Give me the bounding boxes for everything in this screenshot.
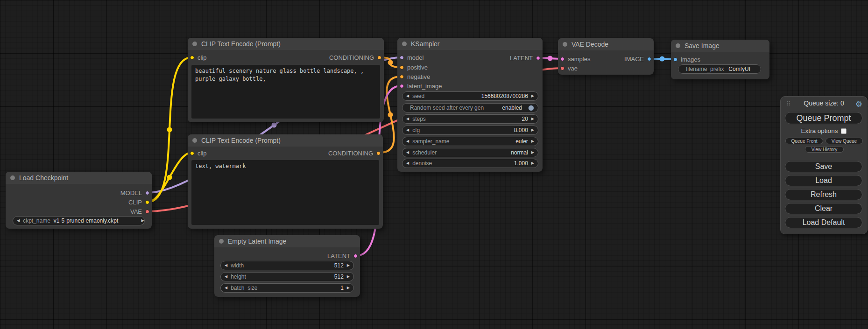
random-seed-toggle[interactable]: Random seed after every gen enabled	[402, 103, 538, 112]
image-port-dot[interactable]	[673, 57, 677, 62]
next-arrow-icon[interactable]: ▶	[531, 151, 534, 154]
widget-value: enabled	[502, 105, 522, 111]
next-arrow-icon[interactable]: ▶	[141, 219, 144, 223]
refresh-button[interactable]: Refresh	[785, 189, 862, 200]
node-ksampler[interactable]: KSampler model positive negative latent_…	[397, 38, 543, 172]
output-latent: LATENT	[327, 252, 360, 260]
prompt-text-input[interactable]: text, watermark	[191, 160, 379, 225]
node-title: Save Image	[685, 42, 720, 49]
node-empty-latent-image[interactable]: Empty Latent Image LATENT ◀ width 512 ▶ …	[214, 235, 360, 297]
next-arrow-icon[interactable]: ▶	[531, 128, 534, 132]
node-title-bar[interactable]: Save Image	[671, 40, 769, 52]
node-title-bar[interactable]: KSampler	[397, 38, 543, 50]
prev-arrow-icon[interactable]: ◀	[406, 94, 409, 98]
conditioning-port-dot[interactable]	[400, 65, 404, 70]
next-arrow-icon[interactable]: ▶	[347, 275, 350, 279]
widget-label: width	[231, 262, 244, 269]
queue-front-button[interactable]: Queue Front	[785, 138, 823, 144]
node-load-checkpoint[interactable]: Load Checkpoint MODEL CLIP VAE ◀ ckpt_na…	[6, 172, 152, 229]
cfg-widget[interactable]: ◀ cfg 8.000 ▶	[402, 126, 538, 135]
model-port-dot[interactable]	[400, 56, 404, 60]
vae-port-dot[interactable]	[145, 210, 149, 214]
widget-value: 512	[334, 262, 344, 269]
node-status-dot	[676, 43, 680, 48]
filename-prefix-widget[interactable]: filename_prefix ComfyUI	[678, 64, 761, 74]
input-clip: clip	[188, 53, 207, 62]
output-label: IMAGE	[624, 56, 644, 63]
prev-arrow-icon[interactable]: ◀	[225, 264, 227, 267]
node-title-bar[interactable]: Load Checkpoint	[6, 172, 152, 184]
clip-port-dot[interactable]	[190, 56, 194, 60]
widget-value: 512	[334, 273, 344, 280]
gear-icon[interactable]: ⚙	[855, 99, 862, 109]
extra-options-checkbox[interactable]	[841, 128, 847, 134]
queue-prompt-button[interactable]: Queue Prompt	[785, 112, 862, 124]
prev-arrow-icon[interactable]: ◀	[17, 219, 20, 223]
prev-arrow-icon[interactable]: ◀	[225, 286, 227, 290]
model-port-dot[interactable]	[145, 191, 149, 195]
prev-arrow-icon[interactable]: ◀	[406, 151, 409, 154]
view-history-button[interactable]: View History	[805, 146, 844, 153]
clear-button[interactable]: Clear	[785, 203, 862, 214]
prev-arrow-icon[interactable]: ◀	[406, 161, 409, 165]
input-negative: negative	[397, 72, 430, 81]
denoise-widget[interactable]: ◀ denoise 1.000 ▶	[402, 159, 538, 168]
next-arrow-icon[interactable]: ▶	[531, 94, 534, 98]
load-button[interactable]: Load	[785, 175, 862, 186]
load-default-button[interactable]: Load Default	[785, 217, 862, 228]
height-widget[interactable]: ◀ height 512 ▶	[220, 272, 354, 281]
node-clip-text-encode-positive[interactable]: CLIP Text Encode (Prompt) clip CONDITION…	[188, 38, 384, 122]
save-button[interactable]: Save	[785, 161, 862, 172]
widget-value: normal	[511, 149, 528, 156]
sampler-name-widget[interactable]: ◀ sampler_name euler ▶	[402, 137, 538, 146]
node-title: KSampler	[411, 40, 439, 48]
node-clip-text-encode-negative[interactable]: CLIP Text Encode (Prompt) clip CONDITION…	[188, 134, 383, 229]
node-title-bar[interactable]: CLIP Text Encode (Prompt)	[188, 134, 383, 147]
conditioning-port-dot[interactable]	[376, 151, 381, 155]
input-label: model	[407, 54, 423, 61]
seed-widget[interactable]: ◀ seed 156680208700286 ▶	[402, 91, 538, 101]
steps-widget[interactable]: ◀ steps 20 ▶	[402, 114, 538, 124]
batch-size-widget[interactable]: ◀ batch_size 1 ▶	[220, 283, 354, 293]
prompt-text-input[interactable]: beautiful scenery nature glass bottle la…	[191, 65, 380, 119]
node-title-bar[interactable]: CLIP Text Encode (Prompt)	[188, 38, 384, 50]
view-queue-button[interactable]: View Queue	[826, 138, 863, 144]
clip-port-dot[interactable]	[145, 200, 149, 204]
node-vae-decode[interactable]: VAE Decode samples vae IMAGE	[558, 38, 654, 75]
next-arrow-icon[interactable]: ▶	[347, 264, 350, 267]
prev-arrow-icon[interactable]: ◀	[406, 140, 409, 143]
node-save-image[interactable]: Save Image images filename_prefix ComfyU…	[671, 40, 769, 79]
prev-arrow-icon[interactable]: ◀	[406, 117, 409, 121]
prev-arrow-icon[interactable]: ◀	[225, 275, 227, 279]
output-label: LATENT	[327, 252, 350, 259]
widget-value: 1.000	[514, 160, 528, 167]
latent-port-dot[interactable]	[560, 57, 565, 61]
extra-options-label: Extra options	[801, 127, 838, 134]
next-arrow-icon[interactable]: ▶	[347, 286, 350, 290]
image-port-dot[interactable]	[647, 57, 651, 61]
node-title-bar[interactable]: Empty Latent Image	[214, 235, 360, 247]
width-widget[interactable]: ◀ width 512 ▶	[220, 261, 354, 270]
latent-port-dot[interactable]	[353, 254, 358, 258]
toggle-on-dot[interactable]	[528, 105, 534, 111]
next-arrow-icon[interactable]: ▶	[531, 117, 534, 121]
scheduler-widget[interactable]: ◀ scheduler normal ▶	[402, 148, 538, 157]
conditioning-port-dot[interactable]	[377, 56, 381, 60]
vae-port-dot[interactable]	[560, 66, 565, 70]
next-arrow-icon[interactable]: ▶	[531, 161, 534, 165]
input-clip: clip	[188, 149, 207, 157]
input-images: images	[671, 55, 700, 63]
latent-port-dot[interactable]	[400, 84, 404, 88]
widget-label: denoise	[412, 160, 432, 167]
queue-size-label: Queue size: 0	[781, 99, 867, 107]
queue-menu-panel: ⠿ Queue size: 0 ⚙ Queue Prompt Extra opt…	[780, 96, 868, 234]
node-graph-canvas[interactable]: Load Checkpoint MODEL CLIP VAE ◀ ckpt_na…	[0, 0, 868, 329]
ckpt-name-widget[interactable]: ◀ ckpt_name v1-5-pruned-emaonly.ckpt ▶	[13, 216, 145, 225]
latent-port-dot[interactable]	[536, 56, 540, 60]
next-arrow-icon[interactable]: ▶	[531, 140, 534, 143]
output-label: CONDITIONING	[328, 150, 373, 157]
conditioning-port-dot[interactable]	[400, 75, 404, 79]
clip-port-dot[interactable]	[190, 151, 194, 155]
node-title-bar[interactable]: VAE Decode	[558, 38, 654, 50]
prev-arrow-icon[interactable]: ◀	[406, 128, 409, 132]
